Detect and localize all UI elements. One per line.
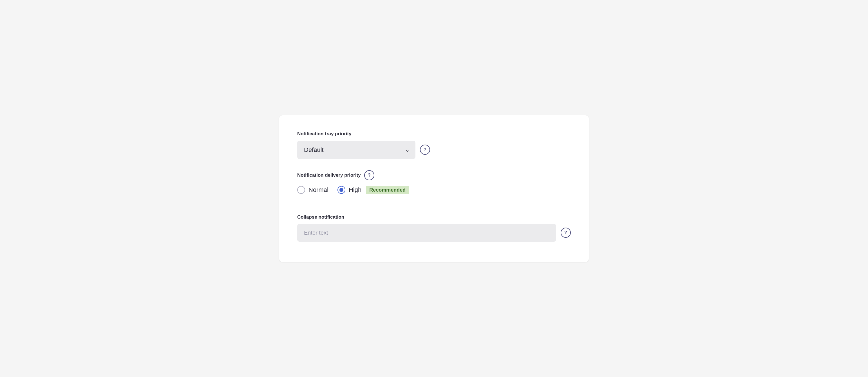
radio-input-normal[interactable] xyxy=(297,186,305,194)
radio-input-high[interactable] xyxy=(337,186,345,194)
radio-option-normal[interactable]: Normal xyxy=(297,186,329,194)
tray-priority-row: Default Low Normal High Max ⌄ ? xyxy=(297,141,571,159)
tray-priority-section: Notification tray priority Default Low N… xyxy=(297,131,571,159)
collapse-notification-section: Collapse notification ? xyxy=(297,214,571,242)
radio-option-high[interactable]: High Recommended xyxy=(337,186,409,194)
tray-priority-help-icon[interactable]: ? xyxy=(420,145,430,155)
delivery-priority-help-icon[interactable]: ? xyxy=(364,170,374,180)
tray-priority-select-container[interactable]: Default Low Normal High Max ⌄ xyxy=(297,141,415,159)
delivery-priority-header: Notification delivery priority ? xyxy=(297,170,571,180)
collapse-notification-help-icon[interactable]: ? xyxy=(561,228,571,238)
tray-priority-select[interactable]: Default Low Normal High Max xyxy=(297,141,415,159)
collapse-notification-input[interactable] xyxy=(297,224,556,242)
delivery-priority-section: Notification delivery priority ? Normal … xyxy=(297,170,571,194)
radio-label-high: High xyxy=(349,186,361,194)
recommended-badge: Recommended xyxy=(366,186,409,194)
delivery-priority-label: Notification delivery priority xyxy=(297,172,361,178)
spacer xyxy=(297,206,571,214)
radio-label-normal: Normal xyxy=(308,186,329,194)
delivery-priority-radio-group: Normal High Recommended xyxy=(297,186,571,194)
collapse-notification-row: ? xyxy=(297,224,571,242)
tray-priority-label: Notification tray priority xyxy=(297,131,571,137)
collapse-notification-label: Collapse notification xyxy=(297,214,571,220)
settings-card: Notification tray priority Default Low N… xyxy=(279,115,589,262)
